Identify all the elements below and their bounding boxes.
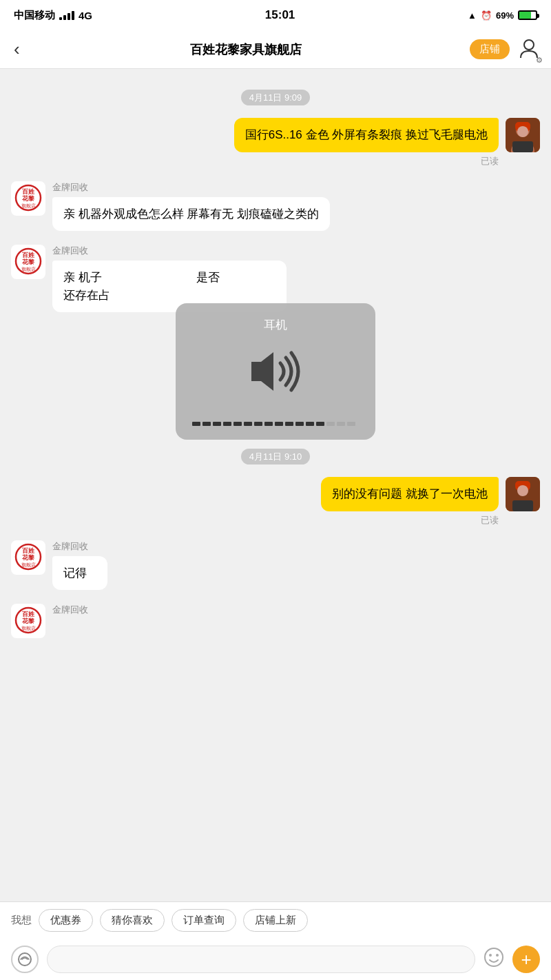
battery-fill xyxy=(519,12,531,19)
quick-reply-new[interactable]: 店铺上新 xyxy=(243,909,308,932)
sender-label: 金牌回收 xyxy=(52,604,88,616)
bubble-text-partial: 亲 机子 是否还存在占 xyxy=(63,271,220,302)
vol-seg-4 xyxy=(223,422,231,426)
page-title: 百姓花黎家具旗舰店 xyxy=(190,41,302,58)
message-row: 百姓 花黎 旗舰店 金牌回收 亲 机子 是否还存在占 xyxy=(11,245,540,312)
battery-percent: 69% xyxy=(496,10,514,21)
status-left: 中国移动 4G xyxy=(14,9,92,22)
vol-seg-5 xyxy=(233,422,242,426)
svg-point-35 xyxy=(489,954,492,957)
sent-avatar xyxy=(506,118,540,152)
vol-seg-3 xyxy=(213,422,221,426)
read-label: 已读 xyxy=(481,514,499,527)
message-content: 金牌回收 亲 机子 是否还存在占 xyxy=(52,245,287,312)
header-left: ‹ xyxy=(11,36,23,63)
quick-reply-label: 我想 xyxy=(11,914,32,927)
svg-marker-17 xyxy=(251,352,273,391)
volume-title: 耳机 xyxy=(264,317,287,333)
avatar xyxy=(506,118,540,152)
avatar: 百姓 花黎 旗舰店 xyxy=(11,181,45,216)
signal-bar-2 xyxy=(63,15,66,20)
shop-logo-2: 百姓 花黎 旗舰店 xyxy=(12,246,44,278)
bottom-bar: 我想 优惠券 猜你喜欢 订单查询 店铺上新 + xyxy=(0,901,551,980)
text-input[interactable] xyxy=(47,946,475,973)
signal-bar-3 xyxy=(67,13,70,20)
signal-bar-1 xyxy=(59,17,62,20)
svg-point-21 xyxy=(517,485,528,496)
vol-seg-13 xyxy=(316,422,324,426)
svg-text:旗舰店: 旗舰店 xyxy=(21,562,36,568)
avatar: 百姓 花黎 旗舰店 xyxy=(11,540,45,575)
gear-icon: ⚙ xyxy=(536,56,543,65)
shop-logo-4: 百姓 花黎 旗舰店 xyxy=(12,605,44,637)
status-right: ▲ ⏰ 69% xyxy=(468,10,537,21)
svg-text:旗舰店: 旗舰店 xyxy=(21,626,36,631)
emoji-icon xyxy=(484,947,504,968)
svg-text:百姓: 百姓 xyxy=(22,547,35,554)
vol-seg-7 xyxy=(254,422,262,426)
avatar: 百姓 花黎 旗舰店 xyxy=(11,245,45,279)
vol-seg-15 xyxy=(337,422,345,426)
volume-icon xyxy=(245,344,306,408)
message-content: 金牌回收 亲 机器外观成色怎么样 屏幕有无 划痕磕碰之类的 xyxy=(52,181,330,232)
svg-point-5 xyxy=(517,126,528,137)
sender-label: 金牌回收 xyxy=(52,245,88,257)
vol-seg-10 xyxy=(285,422,293,426)
bubble-text: 记得 xyxy=(63,566,87,580)
message-content: 金牌回收 xyxy=(52,604,88,620)
svg-point-36 xyxy=(496,954,499,957)
header: ‹ 百姓花黎家具旗舰店 店铺 ⚙ xyxy=(0,30,551,69)
shop-logo: 百姓 花黎 旗舰店 xyxy=(12,183,44,214)
time-display: 15:01 xyxy=(265,8,295,22)
message-row: 百姓 花黎 旗舰店 金牌回收 亲 机器外观成色怎么样 屏幕有无 划痕磕碰之类的 xyxy=(11,181,540,232)
svg-text:旗舰店: 旗舰店 xyxy=(21,203,36,209)
svg-point-0 xyxy=(524,40,534,50)
message-bubble: 国行6S..16 金色 外屏有条裂痕 换过飞毛腿电池 xyxy=(234,118,499,152)
voice-button[interactable] xyxy=(11,946,39,973)
quick-reply-orders[interactable]: 订单查询 xyxy=(171,909,236,932)
message-content: 金牌回收 记得 xyxy=(52,540,107,591)
sender-label: 金牌回收 xyxy=(52,181,88,194)
shop-button[interactable]: 店铺 xyxy=(470,39,510,59)
message-row: 百姓 花黎 旗舰店 金牌回收 xyxy=(11,604,540,638)
vol-seg-16 xyxy=(347,422,355,426)
vol-seg-2 xyxy=(202,422,211,426)
volume-overlay: 耳机 xyxy=(176,303,375,440)
carrier-label: 中国移动 xyxy=(14,9,55,22)
signal-bar-4 xyxy=(72,11,74,20)
message-content: 别的没有问题 就换了一次电池 已读 xyxy=(321,477,499,527)
timestamp-1: 4月11日 9:09 xyxy=(11,91,540,104)
network-label: 4G xyxy=(79,10,92,21)
timestamp-2: 4月11日 9:10 xyxy=(11,450,540,463)
avatar xyxy=(506,477,540,511)
svg-text:百姓: 百姓 xyxy=(22,188,35,195)
vol-seg-8 xyxy=(264,422,273,426)
message-bubble: 别的没有问题 就换了一次电池 xyxy=(321,477,499,511)
svg-rect-6 xyxy=(512,141,533,152)
svg-text:花黎: 花黎 xyxy=(21,258,35,265)
message-row: 国行6S..16 金色 外屏有条裂痕 换过飞毛腿电池 已读 xyxy=(11,118,540,167)
quick-reply-coupon[interactable]: 优惠券 xyxy=(39,909,93,932)
chat-area: 4月11日 9:09 国行6S..16 金色 外屏有条裂痕 换过飞毛腿电池 已读 xyxy=(0,69,551,896)
quick-replies: 我想 优惠券 猜你喜欢 订单查询 店铺上新 xyxy=(0,902,551,939)
input-row: + xyxy=(0,939,551,980)
message-content: 国行6S..16 金色 外屏有条裂痕 换过飞毛腿电池 已读 xyxy=(234,118,499,167)
sent-avatar-2 xyxy=(506,477,540,511)
back-button[interactable]: ‹ xyxy=(11,36,23,63)
quick-reply-recommend[interactable]: 猜你喜欢 xyxy=(100,909,165,932)
user-icon-container: ⚙ xyxy=(518,37,540,62)
emoji-button[interactable] xyxy=(484,947,504,972)
svg-text:花黎: 花黎 xyxy=(21,195,35,202)
avatar: 百姓 花黎 旗舰店 xyxy=(11,604,45,638)
header-right: 店铺 ⚙ xyxy=(470,37,540,62)
message-bubble: 亲 机器外观成色怎么样 屏幕有无 划痕磕碰之类的 xyxy=(52,197,330,232)
alarm-icon: ⏰ xyxy=(481,10,492,21)
svg-text:花黎: 花黎 xyxy=(21,617,35,624)
svg-text:旗舰店: 旗舰店 xyxy=(21,267,36,272)
volume-bar xyxy=(192,422,359,426)
sender-label: 金牌回收 xyxy=(52,540,88,553)
speaker-icon xyxy=(245,344,306,399)
read-label: 已读 xyxy=(481,155,499,167)
message-row: 百姓 花黎 旗舰店 金牌回收 记得 xyxy=(11,540,540,591)
add-button[interactable]: + xyxy=(512,946,540,973)
